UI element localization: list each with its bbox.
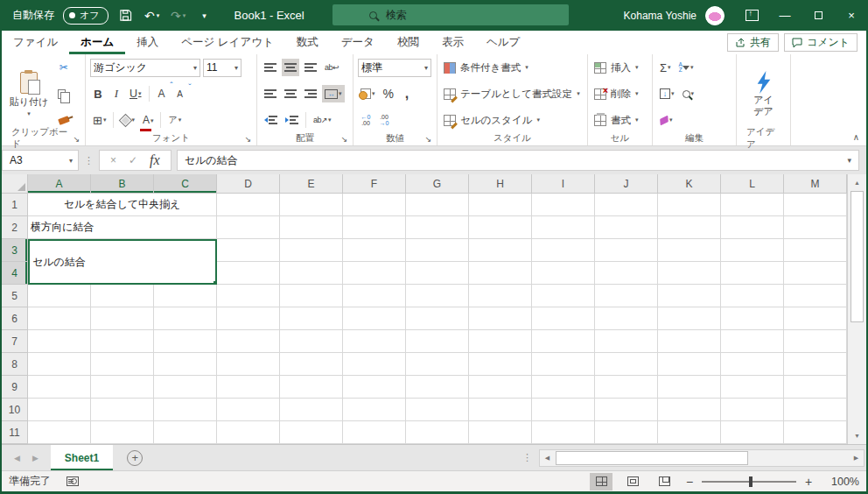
cell-F10[interactable]: [343, 399, 406, 421]
cell-J5[interactable]: [595, 285, 658, 307]
cell-F11[interactable]: [343, 421, 406, 444]
maximize-button[interactable]: [803, 0, 833, 31]
close-button[interactable]: ×: [836, 0, 866, 31]
cell-L2[interactable]: [721, 216, 784, 239]
cell-I9[interactable]: [532, 376, 595, 399]
cell-E7[interactable]: [280, 330, 343, 353]
cell-K10[interactable]: [658, 399, 721, 421]
cell-M11[interactable]: [784, 421, 847, 444]
ideas-button[interactable]: アイデア: [744, 58, 784, 130]
row-header-2[interactable]: 2: [2, 216, 28, 239]
cell-F9[interactable]: [343, 376, 406, 399]
cancel-entry-button[interactable]: ×: [110, 154, 116, 166]
collapse-ribbon-button[interactable]: ∧: [853, 132, 859, 142]
number-format-select[interactable]: 標準▾: [358, 59, 431, 77]
search-box[interactable]: 検索: [332, 4, 569, 25]
column-header-K[interactable]: K: [658, 174, 721, 194]
cell-K6[interactable]: [658, 307, 721, 330]
cell-F5[interactable]: [343, 285, 406, 307]
cell-E10[interactable]: [280, 399, 343, 421]
cell-L9[interactable]: [721, 376, 784, 399]
cell-J8[interactable]: [595, 353, 658, 376]
conditional-formatting-button[interactable]: 条件付き書式 ▾: [442, 58, 583, 77]
cell-F7[interactable]: [343, 330, 406, 353]
phonetic-guide-button[interactable]: ア▾: [165, 111, 184, 129]
cell-A6[interactable]: [28, 307, 91, 330]
cell-F4[interactable]: [343, 262, 406, 285]
merge-center-button[interactable]: ↔▾: [322, 85, 345, 102]
horizontal-scrollbar[interactable]: ◀ ▶: [539, 449, 864, 467]
horizontal-scroll-thumb[interactable]: [556, 451, 748, 465]
cell-J10[interactable]: [595, 399, 658, 421]
cell-E1[interactable]: [280, 194, 343, 216]
confirm-entry-button[interactable]: ✓: [129, 154, 137, 166]
cell-E9[interactable]: [280, 376, 343, 399]
clear-button[interactable]: ▾: [657, 111, 676, 129]
cell-A3[interactable]: セルの結合: [28, 239, 217, 285]
row-header-11[interactable]: 11: [2, 421, 28, 444]
cell-G3[interactable]: [406, 239, 469, 262]
cell-K4[interactable]: [658, 262, 721, 285]
column-header-M[interactable]: M: [784, 174, 847, 194]
dialog-launcher-icon[interactable]: ↘: [340, 134, 349, 144]
delete-cells-button[interactable]: 削除 ▾: [592, 84, 648, 103]
select-all-corner[interactable]: [2, 174, 28, 194]
tab-insert[interactable]: 挿入: [125, 31, 170, 54]
align-right-button[interactable]: [302, 85, 319, 102]
zoom-in-button[interactable]: +: [803, 475, 814, 489]
cell-G10[interactable]: [406, 399, 469, 421]
cell-F2[interactable]: [343, 216, 406, 239]
cell-H7[interactable]: [469, 330, 532, 353]
save-button[interactable]: [117, 4, 135, 27]
row-header-4[interactable]: 4: [2, 262, 28, 285]
align-center-button[interactable]: [282, 85, 299, 102]
cell-K11[interactable]: [658, 421, 721, 444]
cell-I3[interactable]: [532, 239, 595, 262]
cell-F1[interactable]: [343, 194, 406, 216]
decrease-decimal-button[interactable]: .00→0: [376, 111, 392, 129]
tab-review[interactable]: 校閲: [386, 31, 430, 54]
cell-D11[interactable]: [217, 421, 280, 444]
cell-C5[interactable]: [154, 285, 217, 307]
tab-home[interactable]: ホーム: [69, 31, 125, 54]
cell-D4[interactable]: [217, 262, 280, 285]
fill-handle[interactable]: [213, 280, 217, 285]
format-cells-button[interactable]: 書式 ▾: [592, 110, 648, 130]
dialog-launcher-icon[interactable]: ↘: [243, 134, 253, 144]
cell-D2[interactable]: [217, 216, 280, 239]
cell-F6[interactable]: [343, 307, 406, 330]
cell-J4[interactable]: [595, 262, 658, 285]
macro-record-icon[interactable]: [66, 476, 79, 486]
wrap-text-button[interactable]: ab↩: [322, 59, 341, 76]
cell-A11[interactable]: [28, 421, 91, 444]
row-header-9[interactable]: 9: [2, 376, 28, 399]
cell-H4[interactable]: [469, 262, 532, 285]
cell-I10[interactable]: [532, 399, 595, 421]
cell-K5[interactable]: [658, 285, 721, 307]
align-left-button[interactable]: [262, 85, 279, 102]
cell-L11[interactable]: [721, 421, 784, 444]
cell-A1[interactable]: セルを結合して中央揃え: [28, 194, 217, 216]
cell-H6[interactable]: [469, 307, 532, 330]
italic-button[interactable]: I: [108, 85, 124, 102]
cell-H3[interactable]: [469, 239, 532, 262]
row-header-10[interactable]: 10: [2, 399, 28, 421]
column-header-L[interactable]: L: [721, 174, 784, 194]
row-header-7[interactable]: 7: [2, 330, 28, 353]
cell-G2[interactable]: [406, 216, 469, 239]
zoom-slider-thumb[interactable]: [749, 476, 752, 487]
sheet-nav-right-icon[interactable]: ▶: [32, 454, 38, 462]
cell-M10[interactable]: [784, 399, 847, 421]
comma-style-button[interactable]: ,: [399, 85, 415, 102]
cell-D1[interactable]: [217, 194, 280, 216]
column-header-G[interactable]: G: [406, 174, 469, 194]
cell-M5[interactable]: [784, 285, 847, 307]
cell-H9[interactable]: [469, 376, 532, 399]
cell-I1[interactable]: [532, 194, 595, 216]
cell-E6[interactable]: [280, 307, 343, 330]
tab-view[interactable]: 表示: [430, 31, 475, 54]
undo-button[interactable]: ↶▾: [144, 4, 161, 27]
cell-G1[interactable]: [406, 194, 469, 216]
currency-format-button[interactable]: ▾: [358, 85, 378, 102]
borders-button[interactable]: ⊞▾: [90, 111, 108, 129]
